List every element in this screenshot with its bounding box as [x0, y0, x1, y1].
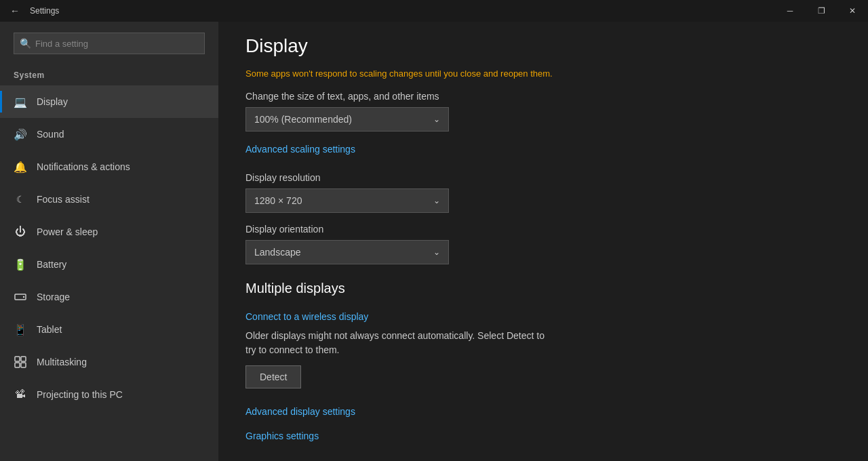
- svg-rect-3: [21, 357, 26, 361]
- warning-text: Some apps won't respond to scaling chang…: [245, 68, 841, 80]
- sidebar-item-projecting[interactable]: 📽 Projecting to this PC: [0, 378, 218, 411]
- close-button[interactable]: ✕: [837, 0, 868, 22]
- resolution-label: Display resolution: [245, 172, 841, 183]
- sidebar-item-label-notifications: Notifications & actions: [37, 161, 130, 172]
- storage-icon: [14, 290, 27, 304]
- sidebar-item-multitasking[interactable]: Multitasking: [0, 346, 218, 378]
- power-icon: ⏻: [14, 225, 27, 239]
- display-icon: 💻: [14, 95, 27, 108]
- tablet-icon: 📱: [14, 323, 27, 336]
- sidebar-item-storage[interactable]: Storage: [0, 281, 218, 313]
- graphics-settings-link[interactable]: Graphics settings: [245, 430, 319, 441]
- app-body: 🔍 System 💻 Display 🔊 Sound 🔔 Notificatio…: [0, 22, 868, 461]
- restore-button[interactable]: ❐: [806, 0, 837, 22]
- resolution-dropdown-chevron: ⌄: [433, 196, 440, 205]
- sidebar-item-label-battery: Battery: [37, 259, 66, 270]
- search-icon: 🔍: [20, 38, 31, 49]
- sidebar-item-display[interactable]: 💻 Display: [0, 85, 218, 118]
- sidebar-item-notifications[interactable]: 🔔 Notifications & actions: [0, 151, 218, 183]
- main-panel: Display Some apps won't respond to scali…: [218, 22, 868, 461]
- svg-point-1: [23, 296, 24, 298]
- multitasking-icon: [14, 355, 27, 369]
- sidebar-item-label-tablet: Tablet: [37, 324, 62, 335]
- sidebar-item-sound[interactable]: 🔊 Sound: [0, 118, 218, 151]
- focus-icon: ☾: [14, 193, 27, 206]
- advanced-scaling-link[interactable]: Advanced scaling settings: [245, 144, 355, 155]
- sidebar-item-label-projecting: Projecting to this PC: [37, 389, 123, 400]
- projecting-icon: 📽: [14, 388, 27, 401]
- search-input[interactable]: [35, 39, 199, 49]
- scale-dropdown-chevron: ⌄: [433, 115, 440, 124]
- connect-wireless-link[interactable]: Connect to a wireless display: [245, 311, 368, 322]
- detect-button[interactable]: Detect: [245, 365, 301, 388]
- search-box[interactable]: 🔍: [14, 33, 205, 54]
- sidebar-item-focus[interactable]: ☾ Focus assist: [0, 183, 218, 216]
- orientation-dropdown-value: Landscape: [254, 247, 301, 258]
- advanced-display-link[interactable]: Advanced display settings: [245, 406, 355, 417]
- older-displays-text: Older displays might not always connect …: [245, 329, 551, 357]
- sidebar-item-tablet[interactable]: 📱 Tablet: [0, 313, 218, 346]
- sidebar-item-label-display: Display: [37, 96, 68, 107]
- svg-rect-5: [21, 363, 26, 367]
- sidebar: 🔍 System 💻 Display 🔊 Sound 🔔 Notificatio…: [0, 22, 218, 461]
- sidebar-item-label-storage: Storage: [37, 292, 70, 302]
- multiple-displays-heading: Multiple displays: [245, 281, 841, 296]
- svg-rect-4: [15, 363, 20, 367]
- sound-icon: 🔊: [14, 127, 27, 141]
- sidebar-item-label-power: Power & sleep: [37, 226, 98, 237]
- sidebar-item-label-focus: Focus assist: [37, 194, 90, 205]
- resolution-dropdown-value: 1280 × 720: [254, 195, 302, 206]
- sidebar-item-battery[interactable]: 🔋 Battery: [0, 248, 218, 281]
- sidebar-item-label-sound: Sound: [37, 129, 64, 140]
- back-button[interactable]: ←: [5, 1, 24, 20]
- sidebar-item-power[interactable]: ⏻ Power & sleep: [0, 216, 218, 248]
- orientation-dropdown[interactable]: Landscape ⌄: [245, 240, 449, 264]
- minimize-button[interactable]: ─: [774, 0, 806, 22]
- titlebar: ← Settings ─ ❐ ✕: [0, 0, 868, 22]
- notifications-icon: 🔔: [14, 160, 27, 174]
- svg-rect-2: [15, 357, 20, 361]
- titlebar-left: ← Settings: [5, 1, 59, 20]
- sidebar-item-label-multitasking: Multitasking: [37, 357, 87, 367]
- resolution-dropdown[interactable]: 1280 × 720 ⌄: [245, 188, 449, 213]
- system-section-label: System: [0, 68, 218, 85]
- scale-dropdown[interactable]: 100% (Recommended) ⌄: [245, 107, 449, 132]
- sidebar-header: 🔍: [0, 22, 218, 68]
- titlebar-title: Settings: [30, 6, 59, 16]
- scale-label: Change the size of text, apps, and other…: [245, 91, 841, 102]
- window-controls: ─ ❐ ✕: [774, 0, 868, 22]
- scale-dropdown-value: 100% (Recommended): [254, 114, 352, 125]
- orientation-dropdown-chevron: ⌄: [433, 247, 440, 257]
- orientation-label: Display orientation: [245, 224, 841, 235]
- back-icon: ←: [10, 5, 20, 16]
- page-title: Display: [245, 22, 841, 68]
- battery-icon: 🔋: [14, 258, 27, 271]
